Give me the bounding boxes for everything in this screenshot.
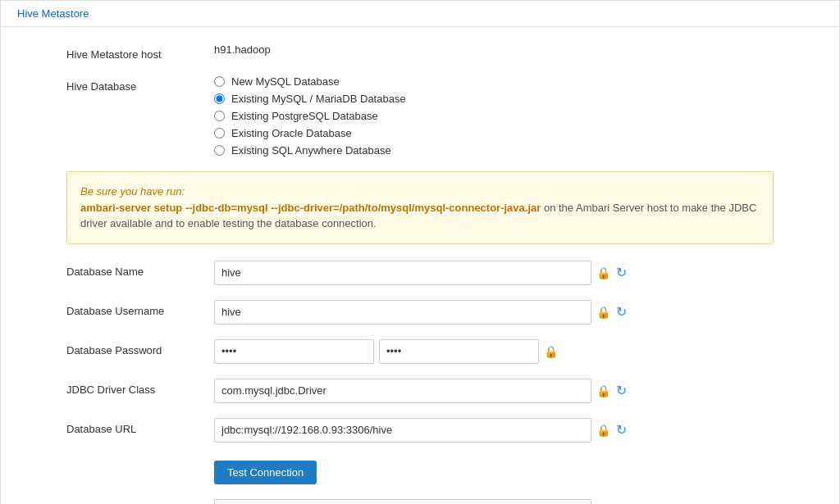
radio-new-mysql[interactable] <box>214 76 225 87</box>
radio-existing-oracle[interactable] <box>214 128 225 138</box>
database-password-control: 🔒 <box>214 339 774 364</box>
radio-existing-mysql[interactable] <box>214 93 225 104</box>
database-url-input[interactable] <box>214 418 591 443</box>
radio-item-existing-oracle[interactable]: Existing Oracle Database <box>214 127 774 139</box>
radio-item-existing-sql-anywhere[interactable]: Existing SQL Anywhere Database <box>214 144 774 157</box>
hive-database-type-input-group: ↻ <box>214 499 774 505</box>
jdbc-driver-class-input[interactable] <box>214 379 591 403</box>
jdbc-driver-class-row: JDBC Driver Class 🔒 ↻ <box>66 379 774 403</box>
hive-database-type-control: ↻ <box>214 499 774 505</box>
database-username-input[interactable] <box>214 300 591 325</box>
database-password-label: Database Password <box>66 339 214 356</box>
page-wrapper: Hive Metastore Hive Metastore host h91.h… <box>0 0 840 504</box>
database-url-control: 🔒 ↻ <box>214 418 774 443</box>
database-username-refresh-icon[interactable]: ↻ <box>614 304 628 320</box>
radio-label-existing-postgres[interactable]: Existing PostgreSQL Database <box>231 110 378 122</box>
radio-item-new-mysql[interactable]: New MySQL Database <box>214 75 774 88</box>
database-password-input[interactable] <box>214 339 374 364</box>
hive-metastore-host-value: h91.hadoop <box>214 43 774 56</box>
database-name-input[interactable] <box>214 261 591 285</box>
database-name-refresh-icon[interactable]: ↻ <box>614 265 628 280</box>
test-connection-spacer <box>66 457 214 462</box>
database-password-row: Database Password 🔒 <box>66 339 774 364</box>
radio-label-existing-sql-anywhere[interactable]: Existing SQL Anywhere Database <box>231 144 391 157</box>
radio-label-existing-oracle[interactable]: Existing Oracle Database <box>231 127 352 139</box>
hive-database-type-input[interactable] <box>214 499 591 505</box>
radio-group: New MySQL Database Existing MySQL / Mari… <box>214 75 774 157</box>
database-password-confirm-input[interactable] <box>379 339 539 364</box>
database-password-input-group: 🔒 <box>214 339 774 364</box>
top-bar: Hive Metastore <box>1 1 839 27</box>
jdbc-driver-class-control: 🔒 ↻ <box>214 379 774 403</box>
database-url-input-group: 🔒 ↻ <box>214 418 774 443</box>
test-connection-row: Test Connection <box>66 457 774 484</box>
database-username-input-group: 🔒 ↻ <box>214 300 774 325</box>
notice-prefix: Be sure you have run: <box>80 185 185 198</box>
database-username-control: 🔒 ↻ <box>214 300 774 325</box>
database-name-input-group: 🔒 ↻ <box>214 261 774 285</box>
test-connection-button[interactable]: Test Connection <box>214 461 317 484</box>
jdbc-driver-class-refresh-icon[interactable]: ↻ <box>614 383 628 398</box>
radio-label-new-mysql[interactable]: New MySQL Database <box>231 75 340 88</box>
database-username-label: Database Username <box>66 300 214 317</box>
jdbc-driver-class-label: JDBC Driver Class <box>66 379 214 396</box>
hive-metastore-link[interactable]: Hive Metastore <box>17 7 89 20</box>
test-connection-control: Test Connection <box>214 457 774 484</box>
hive-database-options: New MySQL Database Existing MySQL / Mari… <box>214 75 774 157</box>
database-url-lock-icon: 🔒 <box>596 424 609 437</box>
radio-existing-sql-anywhere[interactable] <box>214 145 225 156</box>
radio-label-existing-mysql[interactable]: Existing MySQL / MariaDB Database <box>231 93 406 105</box>
hive-database-type-row: Hive Database Type ↻ <box>66 499 774 505</box>
hive-database-row: Hive Database New MySQL Database Existin… <box>66 75 774 157</box>
database-password-lock-icon: 🔒 <box>544 345 557 358</box>
database-url-label: Database URL <box>66 418 214 435</box>
database-username-row: Database Username 🔒 ↻ <box>66 300 774 325</box>
radio-item-existing-mysql[interactable]: Existing MySQL / MariaDB Database <box>214 93 774 105</box>
database-url-row: Database URL 🔒 ↻ <box>66 418 774 443</box>
jdbc-driver-class-lock-icon: 🔒 <box>596 384 609 397</box>
content-area: Hive Metastore host h91.hadoop Hive Data… <box>1 27 839 504</box>
jdbc-driver-class-input-group: 🔒 ↻ <box>214 379 774 403</box>
database-name-lock-icon: 🔒 <box>596 266 609 279</box>
database-name-control: 🔒 ↻ <box>214 261 774 285</box>
notice-command: ambari-server setup --jdbc-db=mysql --jd… <box>80 202 541 214</box>
database-username-lock-icon: 🔒 <box>596 306 609 319</box>
hive-database-type-label: Hive Database Type <box>66 499 214 505</box>
database-url-refresh-icon[interactable]: ↻ <box>614 422 628 438</box>
notice-box: Be sure you have run: ambari-server setu… <box>66 171 774 244</box>
hive-database-label: Hive Database <box>66 75 214 93</box>
database-name-label: Database Name <box>66 261 214 278</box>
hive-metastore-host-label: Hive Metastore host <box>66 43 214 61</box>
hive-metastore-host-row: Hive Metastore host h91.hadoop <box>66 43 774 61</box>
database-name-row: Database Name 🔒 ↻ <box>66 261 774 285</box>
radio-existing-postgres[interactable] <box>214 111 225 121</box>
radio-item-existing-postgres[interactable]: Existing PostgreSQL Database <box>214 110 774 122</box>
